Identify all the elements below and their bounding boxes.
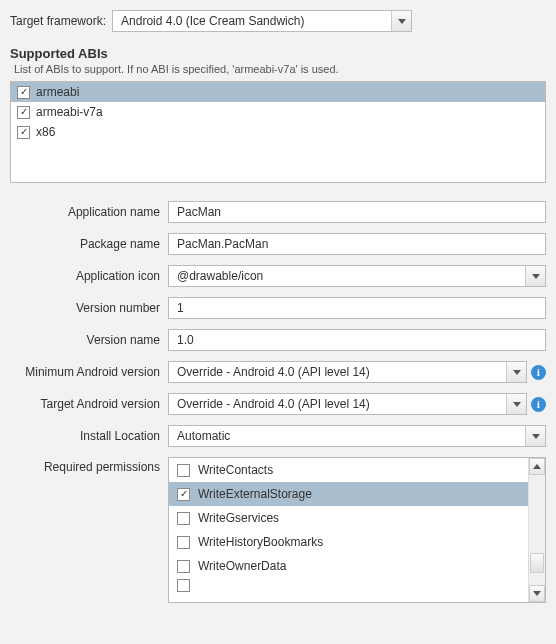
permission-item[interactable]: WriteHistoryBookmarks bbox=[169, 530, 528, 554]
checkbox-icon[interactable] bbox=[177, 579, 190, 592]
checkbox-icon[interactable] bbox=[17, 106, 30, 119]
scroll-track[interactable] bbox=[529, 475, 545, 585]
target-framework-dropdown[interactable]: Android 4.0 (Ice Cream Sandwich) bbox=[112, 10, 412, 32]
chevron-down-icon[interactable] bbox=[391, 11, 411, 31]
application-name-label: Application name bbox=[10, 205, 168, 219]
abi-item-armeabi[interactable]: armeabi bbox=[11, 82, 545, 102]
permission-label: WriteHistoryBookmarks bbox=[198, 535, 323, 549]
permission-label: WriteOwnerData bbox=[198, 559, 286, 573]
checkbox-icon[interactable] bbox=[17, 126, 30, 139]
version-name-input[interactable]: 1.0 bbox=[168, 329, 546, 351]
version-name-label: Version name bbox=[10, 333, 168, 347]
abi-list[interactable]: armeabi armeabi-v7a x86 bbox=[10, 81, 546, 183]
target-framework-label: Target framework: bbox=[10, 14, 106, 28]
checkbox-icon[interactable] bbox=[177, 464, 190, 477]
application-name-input[interactable]: PacMan bbox=[168, 201, 546, 223]
dropdown-value: Override - Android 4.0 (API level 14) bbox=[169, 397, 506, 411]
target-version-dropdown[interactable]: Override - Android 4.0 (API level 14) bbox=[168, 393, 527, 415]
checkbox-icon[interactable] bbox=[177, 512, 190, 525]
permission-label: WriteGservices bbox=[198, 511, 279, 525]
permission-item[interactable]: WriteOwnerData bbox=[169, 554, 528, 578]
target-version-label: Target Android version bbox=[10, 397, 168, 411]
scroll-down-icon[interactable] bbox=[529, 585, 545, 602]
dropdown-value: Override - Android 4.0 (API level 14) bbox=[169, 365, 506, 379]
input-value: 1.0 bbox=[177, 333, 194, 347]
checkbox-icon[interactable] bbox=[177, 560, 190, 573]
chevron-down-icon[interactable] bbox=[525, 426, 545, 446]
application-icon-dropdown[interactable]: @drawable/icon bbox=[168, 265, 546, 287]
permission-item[interactable]: WriteContacts bbox=[169, 458, 528, 482]
permission-item[interactable]: WriteGservices bbox=[169, 506, 528, 530]
abi-item-armeabi-v7a[interactable]: armeabi-v7a bbox=[11, 102, 545, 122]
input-value: PacMan.PacMan bbox=[177, 237, 268, 251]
checkbox-icon[interactable] bbox=[17, 86, 30, 99]
min-version-label: Minimum Android version bbox=[10, 365, 168, 379]
info-icon[interactable]: i bbox=[531, 397, 546, 412]
application-icon-label: Application icon bbox=[10, 269, 168, 283]
info-icon[interactable]: i bbox=[531, 365, 546, 380]
permissions-list[interactable]: WriteContacts WriteExternalStorage Write… bbox=[168, 457, 546, 603]
target-framework-value: Android 4.0 (Ice Cream Sandwich) bbox=[113, 14, 391, 28]
version-number-label: Version number bbox=[10, 301, 168, 315]
dropdown-value: @drawable/icon bbox=[169, 269, 525, 283]
supported-abis-title: Supported ABIs bbox=[10, 46, 546, 61]
dropdown-value: Automatic bbox=[169, 429, 525, 443]
chevron-down-icon[interactable] bbox=[506, 362, 526, 382]
input-value: 1 bbox=[177, 301, 184, 315]
install-location-dropdown[interactable]: Automatic bbox=[168, 425, 546, 447]
chevron-down-icon[interactable] bbox=[506, 394, 526, 414]
scroll-up-icon[interactable] bbox=[529, 458, 545, 475]
abi-label: armeabi-v7a bbox=[36, 105, 103, 119]
abi-label: x86 bbox=[36, 125, 55, 139]
abi-label: armeabi bbox=[36, 85, 79, 99]
scroll-thumb[interactable] bbox=[530, 553, 544, 573]
chevron-down-icon[interactable] bbox=[525, 266, 545, 286]
permission-item[interactable]: WriteExternalStorage bbox=[169, 482, 528, 506]
version-number-input[interactable]: 1 bbox=[168, 297, 546, 319]
scrollbar[interactable] bbox=[528, 458, 545, 602]
permission-item[interactable] bbox=[169, 578, 528, 592]
input-value: PacMan bbox=[177, 205, 221, 219]
package-name-input[interactable]: PacMan.PacMan bbox=[168, 233, 546, 255]
min-version-dropdown[interactable]: Override - Android 4.0 (API level 14) bbox=[168, 361, 527, 383]
install-location-label: Install Location bbox=[10, 429, 168, 443]
abi-item-x86[interactable]: x86 bbox=[11, 122, 545, 142]
permission-label: WriteContacts bbox=[198, 463, 273, 477]
package-name-label: Package name bbox=[10, 237, 168, 251]
supported-abis-desc: List of ABIs to support. If no ABI is sp… bbox=[14, 63, 546, 75]
permission-label: WriteExternalStorage bbox=[198, 487, 312, 501]
required-permissions-label: Required permissions bbox=[10, 457, 168, 474]
checkbox-icon[interactable] bbox=[177, 536, 190, 549]
checkbox-icon[interactable] bbox=[177, 488, 190, 501]
